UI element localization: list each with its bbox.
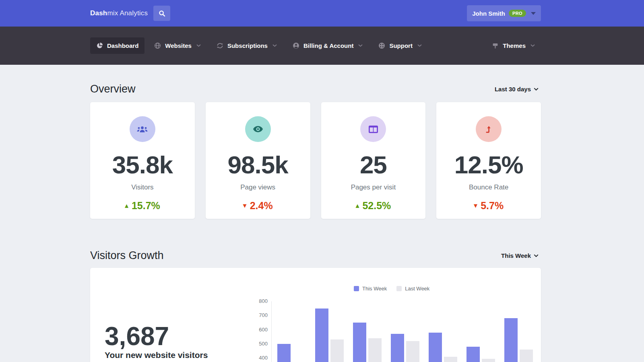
legend-item[interactable]: Last Week	[396, 286, 429, 292]
stat-value: 35.8k	[112, 152, 173, 177]
bar-chart: 800700600500400	[271, 301, 541, 362]
search-icon	[159, 10, 165, 17]
user-circle-icon	[293, 42, 299, 49]
paint-roller-icon	[492, 42, 499, 49]
user-menu-button[interactable]: John Smith PRO	[467, 5, 541, 21]
stat-delta: ▾ 5.7%	[474, 200, 504, 212]
bar-this-week	[277, 344, 291, 362]
bar-last-week	[368, 338, 382, 362]
bar-this-week	[315, 309, 328, 362]
bar-this-week	[504, 318, 518, 362]
chevron-down-icon	[417, 44, 422, 47]
growth-range-dropdown[interactable]: This Week	[499, 252, 541, 259]
stat-delta-value: 15.7%	[132, 200, 160, 212]
nav-item-websites[interactable]: Websites	[148, 37, 207, 54]
stat-card-pages-per-visit[interactable]: 25 Pages per visit ▴ 52.5%	[321, 102, 426, 219]
legend-item[interactable]: This Week	[354, 286, 387, 292]
stat-delta: ▾ 2.4%	[243, 200, 273, 212]
caret-down-icon	[531, 12, 536, 15]
nav-label: Websites	[165, 42, 192, 49]
stat-icon-circle	[476, 116, 502, 142]
stat-icon-circle	[245, 116, 271, 142]
nav-label: Billing & Account	[303, 42, 353, 49]
legend-label: This Week	[362, 286, 387, 292]
stat-card-page-views[interactable]: 98.5k Page views ▾ 2.4%	[206, 102, 310, 219]
y-axis-tick: 700	[252, 312, 268, 319]
arrow-turn-up-icon	[485, 125, 492, 134]
trend-arrow-icon: ▴	[355, 202, 359, 209]
nav-label: Subscriptions	[227, 42, 268, 49]
chevron-down-icon	[196, 44, 201, 47]
overview-range-dropdown[interactable]: Last 30 days	[492, 85, 541, 93]
stat-label: Visitors	[131, 183, 153, 191]
chevron-down-icon	[534, 254, 539, 257]
visitors-growth-title: Visitors Growth	[90, 249, 164, 262]
bar-this-week	[353, 323, 366, 362]
bar-last-week	[520, 350, 533, 362]
globe-icon	[154, 42, 161, 49]
bar-last-week	[444, 357, 457, 362]
growth-range-label: This Week	[501, 252, 531, 259]
pro-badge: PRO	[509, 10, 526, 17]
search-button[interactable]	[153, 6, 170, 21]
chevron-down-icon	[272, 44, 277, 47]
brand-name-rest: mix Analytics	[107, 9, 148, 17]
bar-this-week	[391, 334, 404, 362]
stat-card-bounce-rate[interactable]: 12.5% Bounce Rate ▾ 5.7%	[436, 102, 541, 219]
growth-headline-value: 3,687	[105, 323, 169, 349]
brand-logo[interactable]: Dashmix Analytics	[90, 9, 148, 17]
legend-swatch	[354, 286, 359, 291]
chart-legend: This WeekLast Week	[354, 286, 429, 292]
window-columns-icon	[369, 125, 378, 133]
trend-arrow-icon: ▴	[125, 202, 128, 209]
chevron-down-icon	[358, 44, 363, 47]
y-axis-tick: 400	[252, 354, 268, 362]
trend-arrow-icon: ▾	[243, 202, 247, 209]
y-axis-tick: 600	[252, 326, 268, 333]
stat-card-visitors[interactable]: 35.8k Visitors ▴ 15.7%	[90, 102, 195, 219]
chevron-down-icon	[534, 88, 539, 91]
trend-arrow-icon: ▾	[474, 202, 477, 209]
stat-icon-circle	[360, 116, 386, 142]
sync-icon	[217, 42, 223, 49]
main-nav: Dashboard Websites Subscriptions Bill	[0, 27, 644, 65]
bar-last-week	[482, 359, 495, 362]
stat-delta-value: 52.5%	[362, 200, 391, 212]
overview-range-label: Last 30 days	[495, 86, 531, 93]
y-axis-tick: 500	[252, 340, 268, 348]
nav-label: Themes	[503, 42, 526, 49]
stat-delta-value: 5.7%	[481, 200, 504, 212]
top-header: Dashmix Analytics John Smith PRO	[0, 0, 644, 27]
stat-delta: ▴ 52.5%	[355, 200, 391, 212]
stat-label: Pages per visit	[351, 183, 396, 191]
nav-item-billing-account[interactable]: Billing & Account	[287, 37, 369, 54]
stat-delta: ▴ 15.7%	[125, 200, 160, 212]
bar-last-week	[330, 339, 344, 362]
nav-item-subscriptions[interactable]: Subscriptions	[211, 37, 283, 54]
nav-item-themes[interactable]: Themes	[486, 37, 541, 54]
nav-item-support[interactable]: Support	[372, 37, 428, 54]
overview-title: Overview	[90, 83, 136, 95]
page-content: Overview Last 30 days 35.8k Visitors ▴ 1…	[90, 83, 541, 362]
stat-label: Page views	[240, 183, 275, 191]
legend-swatch	[396, 286, 402, 291]
users-icon	[137, 125, 148, 133]
stat-value: 25	[360, 152, 387, 177]
chart-pie-icon	[96, 42, 103, 49]
chevron-down-icon	[530, 44, 535, 47]
stat-delta-value: 2.4%	[250, 200, 273, 212]
eye-icon	[253, 126, 263, 132]
nav-label: Dashboard	[107, 42, 138, 49]
stat-label: Bounce Rate	[469, 183, 508, 191]
stat-value: 98.5k	[228, 152, 288, 177]
nav-item-dashboard[interactable]: Dashboard	[90, 37, 144, 54]
bar-last-week	[406, 341, 419, 362]
stat-cards-row: 35.8k Visitors ▴ 15.7% 98.5k Page views …	[90, 102, 541, 219]
life-ring-icon	[378, 42, 385, 49]
visitors-growth-card: 3,687 Your new website visitors This Wee…	[90, 268, 541, 362]
bar-this-week	[429, 333, 442, 362]
brand-name-bold: Dash	[90, 9, 107, 17]
user-name: John Smith	[472, 10, 505, 17]
nav-label: Support	[389, 42, 413, 49]
bar-this-week	[466, 347, 480, 362]
